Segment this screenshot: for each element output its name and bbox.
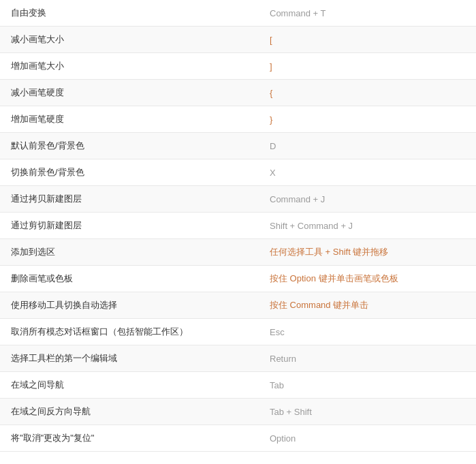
- shortcut-label: 切换前景色/背景色: [0, 159, 259, 186]
- table-row: 自由变换Command + T: [0, 0, 476, 27]
- shortcut-key: ]: [259, 53, 476, 80]
- table-row: 通过拷贝新建图层Command + J: [0, 186, 476, 213]
- table-row: 增加画笔硬度}: [0, 106, 476, 133]
- shortcut-label: 添加到选区: [0, 239, 259, 266]
- table-row: 通过剪切新建图层Shift + Command + J: [0, 213, 476, 239]
- table-row: 删除画笔或色板按住 Option 键并单击画笔或色板: [0, 266, 476, 292]
- table-row: 选择工具栏的第一个编辑域Return: [0, 345, 476, 372]
- shortcut-key: }: [259, 106, 476, 133]
- shortcut-label: 自由变换: [0, 0, 259, 27]
- shortcut-key: Option: [259, 425, 476, 452]
- shortcut-key: 按住 Option 键并单击画笔或色板: [259, 266, 476, 292]
- shortcut-label: 取消所有模态对话框窗口（包括智能工作区）: [0, 319, 259, 345]
- shortcut-label: 减小画笔大小: [0, 27, 259, 53]
- shortcut-key: X: [259, 159, 476, 186]
- shortcut-key: 按住 Command 键并单击: [259, 292, 476, 319]
- shortcut-label: 增加画笔硬度: [0, 106, 259, 133]
- table-row: 增加画笔大小]: [0, 53, 476, 80]
- shortcut-key: Return: [259, 345, 476, 372]
- shortcut-label: 将"取消"更改为"复位": [0, 425, 259, 452]
- shortcut-label: 增加画笔大小: [0, 53, 259, 80]
- shortcut-label: 通过剪切新建图层: [0, 213, 259, 239]
- table-row: 减小画笔大小[: [0, 27, 476, 53]
- shortcut-key: Command + T: [259, 0, 476, 27]
- table-row: 在域之间反方向导航Tab + Shift: [0, 399, 476, 425]
- table-row: 将"取消"更改为"复位"Option: [0, 425, 476, 452]
- table-row: 使用移动工具切换自动选择按住 Command 键并单击: [0, 292, 476, 319]
- shortcut-key: Tab: [259, 372, 476, 399]
- shortcut-key: D: [259, 133, 476, 159]
- table-row: 取消所有模态对话框窗口（包括智能工作区）Esc: [0, 319, 476, 345]
- shortcut-key: Command + J: [259, 186, 476, 213]
- table-row: 在域之间导航Tab: [0, 372, 476, 399]
- shortcut-key: {: [259, 80, 476, 106]
- shortcut-label: 使用移动工具切换自动选择: [0, 292, 259, 319]
- shortcut-label: 减小画笔硬度: [0, 80, 259, 106]
- table-row: 默认前景色/背景色D: [0, 133, 476, 159]
- shortcuts-table: 自由变换Command + T减小画笔大小[增加画笔大小]减小画笔硬度{增加画笔…: [0, 0, 476, 452]
- shortcut-label: 通过拷贝新建图层: [0, 186, 259, 213]
- shortcut-label: 在域之间反方向导航: [0, 399, 259, 425]
- shortcut-label: 默认前景色/背景色: [0, 133, 259, 159]
- shortcut-key: [: [259, 27, 476, 53]
- shortcut-label: 在域之间导航: [0, 372, 259, 399]
- table-row: 减小画笔硬度{: [0, 80, 476, 106]
- shortcut-key: 任何选择工具 + Shift 键并拖移: [259, 239, 476, 266]
- shortcut-key: Esc: [259, 319, 476, 345]
- shortcut-key: Shift + Command + J: [259, 213, 476, 239]
- shortcut-label: 选择工具栏的第一个编辑域: [0, 345, 259, 372]
- shortcut-key: Tab + Shift: [259, 399, 476, 425]
- table-row: 添加到选区任何选择工具 + Shift 键并拖移: [0, 239, 476, 266]
- table-row: 切换前景色/背景色X: [0, 159, 476, 186]
- shortcut-label: 删除画笔或色板: [0, 266, 259, 292]
